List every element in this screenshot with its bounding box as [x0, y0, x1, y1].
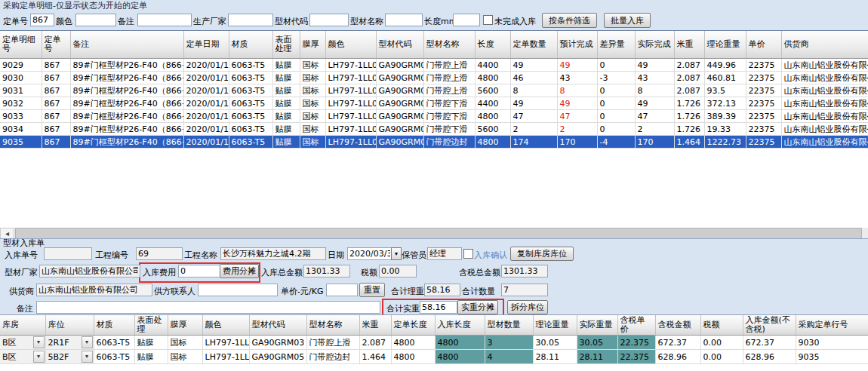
column-header[interactable]: 米重 [359, 315, 391, 336]
cell[interactable]: 89#门框型材P26-F40（866+867） [70, 110, 183, 123]
column-header[interactable]: 表面处理 [134, 315, 168, 336]
cell[interactable]: LH797-1LL0 [325, 59, 376, 72]
cell[interactable]: 贴膜 [134, 350, 168, 364]
factory-input[interactable] [39, 265, 140, 277]
cell[interactable]: 3 [485, 336, 533, 350]
column-header[interactable]: 型材代码 [376, 31, 423, 59]
cell[interactable]: 4800 [391, 350, 435, 364]
cell[interactable]: 山东南山铝业股份有限公司 [781, 84, 868, 97]
column-header[interactable]: 材质 [229, 31, 272, 59]
column-header[interactable]: 库位 [45, 315, 94, 336]
split-location-button[interactable]: 拆分库位 [507, 300, 548, 314]
cell[interactable]: 47 [635, 110, 674, 123]
project-name-input[interactable] [220, 247, 326, 260]
column-header[interactable]: 税额 [700, 315, 743, 336]
cell[interactable]: 170 [557, 136, 597, 149]
cell[interactable]: 22375 [746, 136, 781, 149]
column-header[interactable]: 供货商 [781, 31, 868, 59]
cell[interactable]: 9034 [0, 123, 42, 136]
cell[interactable]: 1.726 [674, 97, 704, 110]
cell[interactable]: 门带腔下滑 [423, 110, 475, 123]
total-theory-weight-input[interactable] [424, 284, 460, 296]
cell[interactable]: 国标 [300, 84, 325, 97]
cell[interactable]: 6063-T5 [229, 123, 272, 136]
cell[interactable]: 0.00 [700, 350, 743, 364]
cell[interactable]: 9029 [0, 59, 42, 72]
filter-profile-name-input[interactable] [385, 14, 423, 26]
cell[interactable]: LH797-1LL0 [202, 350, 249, 364]
cell[interactable]: B区▾ [0, 350, 45, 364]
cell[interactable]: 867 [42, 136, 70, 149]
cell[interactable]: 2.087 [359, 336, 391, 350]
cell[interactable]: 89#门框型材P26-F40（866+867） [70, 123, 183, 136]
cell[interactable]: 28.11 [577, 350, 617, 364]
column-header[interactable]: 型材代码 [249, 315, 306, 336]
cell[interactable]: 867 [42, 123, 70, 136]
unfinished-checkbox[interactable] [483, 15, 493, 25]
cell[interactable]: 9035 [796, 350, 868, 364]
cell[interactable]: 43 [557, 72, 597, 84]
cell[interactable]: GA90GRM03 [376, 84, 423, 97]
cell[interactable]: 国标 [300, 97, 325, 110]
table-row[interactable]: 903386789#门框型材P26-F40（866+867）2020/01/13… [0, 110, 868, 123]
cell[interactable]: 628.96 [655, 350, 700, 364]
cell[interactable]: 672.37 [655, 336, 700, 350]
table-row[interactable]: 903286789#门框型材P26-F40（866+867）2020/01/13… [0, 97, 868, 110]
cell[interactable]: 国标 [300, 136, 325, 149]
column-header[interactable]: 定单号 [42, 31, 70, 59]
column-header[interactable]: 库房 [0, 315, 45, 336]
column-header[interactable]: 预计完成 [557, 31, 597, 59]
column-header[interactable]: 采购定单行号 [796, 315, 868, 336]
purchase-order-table[interactable]: 定单明细号定单号备注定单日期材质表面处理膜厚颜色型材代码型材名称长度定单数量预计… [0, 31, 868, 149]
cell[interactable]: GA90GRM03 [249, 336, 306, 350]
cell[interactable]: 6063-T5 [229, 84, 272, 97]
column-header[interactable]: 长度 [475, 31, 510, 59]
cell[interactable]: 6063-T5 [94, 336, 134, 350]
cell[interactable]: 2020/01/13 [183, 110, 229, 123]
cell[interactable]: 30.05 [533, 336, 577, 350]
keeper-input[interactable] [427, 247, 462, 260]
cell[interactable]: 1222.73 [704, 136, 746, 149]
cell[interactable]: 449.96 [704, 59, 746, 72]
cell[interactable]: -4 [597, 136, 635, 149]
cell[interactable]: 372.13 [704, 97, 746, 110]
cell[interactable]: 22375 [746, 72, 781, 84]
cell[interactable]: 山东南山铝业股份有限公司 [781, 136, 868, 149]
cell[interactable]: 国标 [300, 123, 325, 136]
cell[interactable]: 贴膜 [272, 59, 300, 72]
total-amount-input[interactable] [303, 265, 350, 277]
cell[interactable]: 628.96 [743, 350, 796, 364]
cell[interactable]: 2.087 [674, 72, 704, 84]
cell[interactable]: 2 [635, 123, 674, 136]
cell[interactable]: 贴膜 [134, 336, 168, 350]
cell[interactable]: -3 [597, 72, 635, 84]
cell[interactable]: 9035 [0, 136, 42, 149]
cell[interactable]: 43 [635, 72, 674, 84]
dropdown-arrow-icon[interactable]: ▾ [82, 336, 93, 348]
cell[interactable]: 贴膜 [272, 72, 300, 84]
cell[interactable]: 9030 [796, 336, 868, 350]
cell[interactable]: 49 [510, 59, 557, 72]
filter-manufacturer-input[interactable] [228, 14, 273, 26]
cell[interactable]: LH797-1LL0 [325, 123, 376, 136]
cell[interactable]: 2020/01/13 [183, 123, 229, 136]
filter-profile-code-input[interactable] [309, 14, 349, 26]
dropdown-arrow-icon[interactable]: ▾ [33, 351, 45, 363]
cell[interactable]: 22.375 [617, 336, 655, 350]
cell[interactable]: 9030 [0, 72, 42, 84]
table-row[interactable]: 902986789#门框型材P26-F40（866+867）2020/01/13… [0, 59, 868, 72]
cell[interactable]: 国标 [300, 110, 325, 123]
cell[interactable]: 672.37 [743, 336, 796, 350]
cell[interactable]: 0 [597, 97, 635, 110]
cell[interactable]: 2020/01/13 [183, 72, 229, 84]
cell[interactable]: 0 [597, 84, 635, 97]
cell[interactable]: 门带腔边封 [423, 136, 475, 149]
cell[interactable]: 4800 [475, 136, 510, 149]
cell[interactable]: 2 [557, 123, 597, 136]
cell[interactable]: 4400 [475, 97, 510, 110]
cell[interactable]: 2020/01/13 [183, 59, 229, 72]
cell[interactable]: 1.726 [674, 123, 704, 136]
column-header[interactable]: 差异量 [597, 31, 635, 59]
cell[interactable]: 89#门框型材P26-F40（866+867） [70, 59, 183, 72]
cell[interactable]: GA90GRM05 [376, 136, 423, 149]
